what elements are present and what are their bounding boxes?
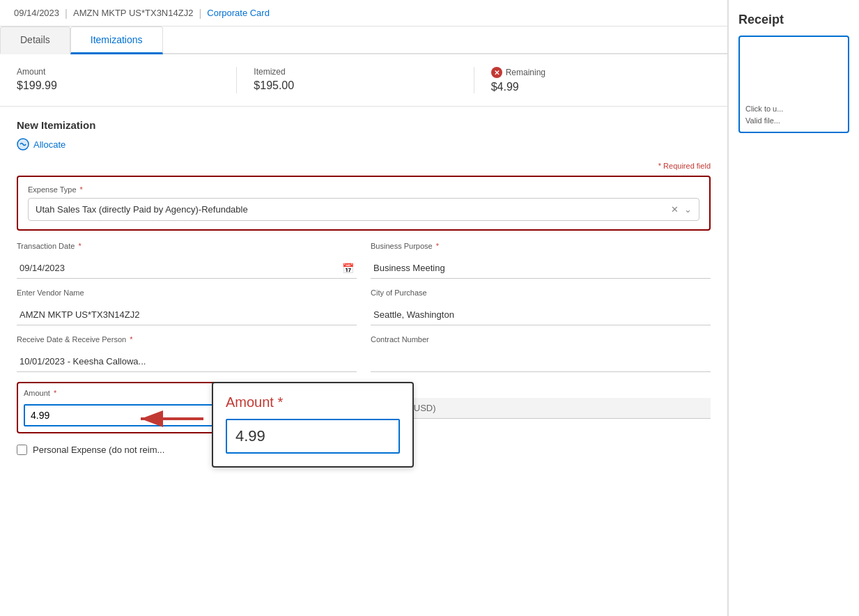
summary-itemized: Itemized $195.00 (236, 67, 473, 93)
zoom-amount-input[interactable] (226, 419, 400, 454)
allocate-link[interactable]: Allocate (17, 138, 711, 151)
zoom-popup: Amount * (212, 382, 414, 468)
breadcrumb-sep2: | (199, 7, 201, 19)
zoom-popup-label: Amount * (226, 394, 400, 410)
remaining-label-row: ✕ Remaining (491, 67, 697, 78)
calendar-icon[interactable]: 📅 (339, 260, 357, 277)
breadcrumb-card-link[interactable]: Corporate Card (207, 8, 270, 18)
expense-type-select[interactable]: Utah Sales Tax (directly Paid by Agency)… (28, 198, 699, 221)
chevron-down-icon[interactable]: ⌄ (684, 204, 692, 215)
allocate-label: Allocate (33, 139, 65, 150)
clear-icon[interactable]: ✕ (671, 204, 679, 215)
select-icons: ✕ ⌄ (671, 204, 692, 215)
contract-field: Contract Number (371, 335, 711, 372)
contract-label: Contract Number (371, 335, 711, 344)
city-input[interactable] (371, 305, 711, 325)
business-purpose-input[interactable] (371, 258, 711, 279)
currency-field: Currency (371, 382, 711, 433)
transaction-date-label: Transaction Date * (17, 242, 357, 250)
summary-itemized-label: Itemized (254, 67, 459, 77)
summary-amount-value: $199.99 (17, 79, 222, 92)
summary-remaining: ✕ Remaining $4.99 (474, 67, 711, 93)
receive-date-label: Receive Date & Receive Person * (17, 335, 357, 344)
city-field: City of Purchase (371, 288, 711, 325)
amount-field-wrapper: Amount * (17, 382, 357, 433)
tab-itemizations[interactable]: Itemizations (70, 26, 163, 54)
receipt-help-text: Click to u...Valid file... (745, 103, 783, 126)
personal-expense-checkbox[interactable] (17, 445, 27, 455)
receive-date-input[interactable] (17, 351, 357, 372)
expense-type-section: Expense Type * Utah Sales Tax (directly … (17, 176, 711, 231)
receipt-title: Receipt (738, 13, 849, 27)
receive-date-field: Receive Date & Receive Person * (17, 335, 357, 372)
transaction-date-field: Transaction Date * 📅 (17, 242, 357, 279)
summary-amount-label: Amount (17, 67, 222, 77)
contract-input[interactable] (371, 351, 711, 372)
remaining-error-icon: ✕ (491, 67, 502, 78)
summary-amount: Amount $199.99 (17, 67, 236, 93)
business-purpose-label: Business Purpose * (371, 242, 711, 250)
transaction-date-input-wrapper[interactable]: 📅 (17, 258, 357, 279)
form-grid: Transaction Date * 📅 Business Purpose * (17, 242, 711, 433)
receipt-box: Click to u...Valid file... (738, 36, 849, 133)
business-purpose-field: Business Purpose * (371, 242, 711, 279)
required-note: * Required field (17, 162, 711, 170)
currency-input (371, 398, 711, 419)
summary-row: Amount $199.99 Itemized $195.00 ✕ Remain… (0, 54, 727, 107)
summary-itemized-value: $195.00 (254, 79, 459, 92)
new-itemization-title: New Itemization (17, 119, 711, 131)
vendor-name-label: Enter Vendor Name (17, 288, 357, 297)
zoom-required-star: * (278, 394, 284, 410)
expense-type-label: Expense Type * (28, 185, 699, 194)
vendor-name-field: Enter Vendor Name (17, 288, 357, 325)
personal-expense-label: Personal Expense (do not reim... (33, 445, 164, 455)
tab-details[interactable]: Details (0, 26, 70, 54)
transaction-date-input[interactable] (17, 258, 339, 278)
allocate-icon (17, 138, 29, 151)
breadcrumb-date: 09/14/2023 (14, 8, 59, 18)
form-area: New Itemization Allocate * Required fiel… (0, 107, 727, 468)
city-label: City of Purchase (371, 288, 711, 297)
currency-label: Currency (371, 382, 711, 390)
tabs-bar: Details Itemizations (0, 26, 727, 54)
arrow-annotation (127, 401, 210, 438)
breadcrumb-sep1: | (65, 7, 68, 19)
receipt-panel: Receipt Click to u...Valid file... (728, 0, 859, 616)
summary-remaining-value: $4.99 (491, 81, 697, 93)
breadcrumb-transaction: AMZN MKTP US*TX3N14ZJ2 (73, 8, 193, 18)
remaining-label-text: Remaining (506, 68, 545, 77)
expense-type-value: Utah Sales Tax (directly Paid by Agency)… (36, 204, 671, 215)
vendor-name-input[interactable] (17, 305, 357, 325)
breadcrumb: 09/14/2023 | AMZN MKTP US*TX3N14ZJ2 | Co… (0, 0, 727, 26)
